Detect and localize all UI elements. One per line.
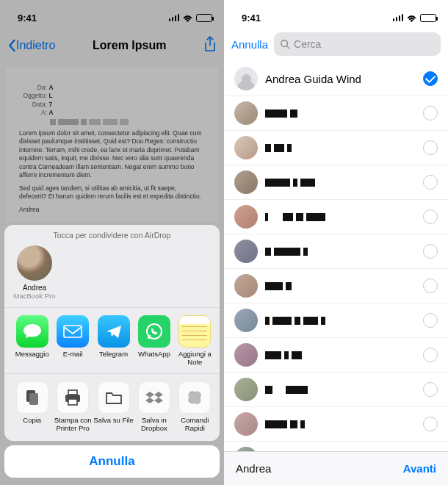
avatar <box>234 136 258 159</box>
redacted-name <box>265 248 416 256</box>
contact-row[interactable] <box>224 407 448 442</box>
avatar <box>234 101 258 125</box>
share-app-messages[interactable]: Messaggio <box>12 315 52 366</box>
redacted-name <box>265 420 416 428</box>
selection-radio[interactable] <box>423 209 438 224</box>
notes-icon <box>178 315 211 348</box>
telegram-icon <box>98 315 130 348</box>
dropbox-icon <box>138 381 170 414</box>
action-shortcuts[interactable]: Comandi Rapidi <box>175 381 215 432</box>
redacted-name <box>265 351 416 359</box>
battery-icon <box>420 14 436 22</box>
contact-row[interactable] <box>224 442 448 451</box>
redacted-name <box>265 282 416 290</box>
copy-icon <box>16 381 48 414</box>
phone-right: 9:41 Annulla Cerca Andrea Guida Wind <box>224 0 448 485</box>
svg-rect-6 <box>68 399 77 405</box>
whatsapp-icon <box>138 315 170 348</box>
share-app-notes[interactable]: Aggiungi a Note <box>175 315 215 366</box>
redacted-name <box>265 386 416 394</box>
selection-checked-icon[interactable] <box>423 71 438 86</box>
selection-radio[interactable] <box>423 348 438 362</box>
contact-row[interactable] <box>224 234 448 269</box>
contact-row[interactable] <box>224 269 448 303</box>
selection-radio[interactable] <box>423 140 438 155</box>
contact-row[interactable] <box>224 303 448 338</box>
selection-radio[interactable] <box>423 244 438 259</box>
contact-row[interactable] <box>224 165 448 200</box>
share-sheet: Tocca per condividere con AirDrop Andrea… <box>0 225 224 485</box>
avatar <box>234 170 258 194</box>
contact-row[interactable] <box>224 96 448 131</box>
search-field[interactable]: Cerca <box>274 32 441 56</box>
avatar <box>234 205 258 229</box>
next-button[interactable]: Avanti <box>403 462 436 475</box>
status-indicators <box>393 14 437 22</box>
action-save-files[interactable]: Salva su File <box>93 381 134 432</box>
share-app-mail[interactable]: E-mail <box>52 315 93 366</box>
folder-icon <box>98 381 130 414</box>
selection-radio[interactable] <box>423 313 438 328</box>
selection-radio[interactable] <box>423 106 438 121</box>
contact-row[interactable] <box>224 200 448 234</box>
avatar <box>234 240 258 263</box>
cancel-button[interactable]: Annulla <box>231 38 268 51</box>
airdrop-title: Tocca per condividere con AirDrop <box>4 225 220 242</box>
svg-line-10 <box>287 46 290 49</box>
contact-row[interactable] <box>224 131 448 165</box>
avatar <box>234 309 258 332</box>
svg-rect-4 <box>68 390 77 395</box>
share-app-telegram[interactable]: Telegram <box>93 315 134 366</box>
selection-summary: Andrea <box>236 462 271 475</box>
selection-radio[interactable] <box>423 175 438 190</box>
search-placeholder: Cerca <box>294 38 321 50</box>
redacted-name <box>265 179 416 187</box>
contact-row[interactable] <box>224 338 448 373</box>
status-bar: 9:41 <box>224 0 448 29</box>
contact-name: Andrea Guida Wind <box>265 73 416 85</box>
printer-icon <box>57 381 89 414</box>
contact-row[interactable] <box>224 373 448 407</box>
svg-rect-3 <box>29 393 38 405</box>
search-icon <box>280 39 290 49</box>
wifi-icon <box>406 14 417 22</box>
airdrop-target[interactable]: Andrea MacBook Pro <box>12 245 57 300</box>
redacted-name <box>265 317 416 325</box>
shortcuts-icon <box>178 381 211 414</box>
svg-rect-8 <box>188 391 201 404</box>
avatar <box>234 343 258 367</box>
selection-radio[interactable] <box>423 382 438 397</box>
share-app-whatsapp[interactable]: WhatsApp <box>134 315 174 366</box>
selection-radio[interactable] <box>423 279 438 293</box>
redacted-name <box>265 213 416 221</box>
contact-list[interactable]: Andrea Guida Wind <box>224 62 448 451</box>
picker-nav: Annulla Cerca <box>224 29 448 62</box>
avatar <box>17 245 52 281</box>
mail-icon <box>57 315 89 348</box>
action-print[interactable]: Stampa con Printer Pro <box>52 381 93 432</box>
picker-toolbar: Andrea Avanti <box>224 451 448 485</box>
avatar <box>234 412 258 436</box>
action-copy[interactable]: Copia <box>12 381 52 432</box>
signal-icon <box>393 14 404 21</box>
cancel-button[interactable]: Annulla <box>4 445 220 478</box>
status-time: 9:41 <box>242 12 261 24</box>
messages-icon <box>16 315 48 348</box>
redacted-name <box>265 109 416 118</box>
selection-radio[interactable] <box>423 417 438 431</box>
avatar <box>234 378 258 401</box>
avatar <box>234 274 258 298</box>
phone-left: 9:41 Indietro Lorem Ipsum Da: A Oggetto:… <box>0 0 224 485</box>
contact-row[interactable]: Andrea Guida Wind <box>224 62 448 96</box>
redacted-name <box>265 144 416 152</box>
action-dropbox[interactable]: Salva in Dropbox <box>134 381 174 432</box>
avatar <box>234 67 258 90</box>
svg-rect-0 <box>64 326 82 337</box>
